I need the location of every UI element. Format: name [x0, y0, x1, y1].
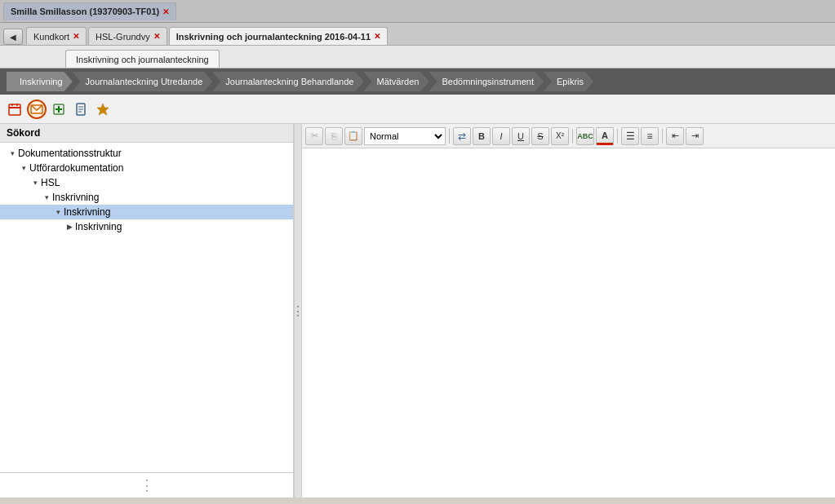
- tree-label-inskrivning-folder: Inskrivning: [52, 192, 99, 203]
- workflow-step-journalanteckning-behandlande[interactable]: Journalanteckning Behandlande: [212, 72, 363, 91]
- patient-tab-close[interactable]: ✕: [162, 7, 169, 16]
- add-button[interactable]: [49, 99, 69, 119]
- mail-icon: [30, 103, 43, 116]
- toolbar-separator-1: [449, 129, 450, 144]
- sokord-header: Sökord: [0, 124, 293, 143]
- sub-tab-inskrivning-journal-label: Inskrivning och journalanteckning: [76, 55, 209, 64]
- list-unordered-button[interactable]: ☰: [621, 127, 639, 145]
- svg-rect-1: [9, 107, 20, 108]
- sub-tab-inskrivning-journal[interactable]: Inskrivning och journalanteckning: [65, 50, 220, 68]
- strikethrough-button[interactable]: S: [531, 127, 549, 145]
- workflow-step-epikris-label: Epikris: [557, 77, 584, 86]
- right-panel: ✂ ⎘ 📋 Normal Heading 1 Heading 2 ⇄ B I U…: [302, 124, 835, 497]
- mail-button[interactable]: [27, 99, 47, 119]
- tab-hsl-grundvy-label: HSL-Grundvy: [95, 32, 150, 42]
- tree-node-dokumentationsstruktur[interactable]: ▾ Dokumentationsstruktur: [0, 146, 293, 161]
- tree-label-utforardokumentation: Utförardokumentation: [29, 162, 123, 174]
- tree-arrow-utforardokumentation: ▾: [18, 162, 29, 174]
- tree-arrow-inskrivning-item: ▾: [52, 206, 64, 218]
- tree-area[interactable]: ▾ Dokumentationsstruktur ▾ Utförardokume…: [0, 143, 293, 472]
- patient-tab-bar: Smilla Smillasson (19370903-TF01) ✕: [0, 0, 835, 23]
- tree-node-inskrivning-folder[interactable]: ▾ Inskrivning: [0, 190, 293, 205]
- workflow-bar: Inskrivning Journalanteckning Utredande …: [0, 69, 835, 95]
- workflow-step-journalanteckning-behandlande-label: Journalanteckning Behandlande: [225, 77, 353, 86]
- spellcheck-button[interactable]: ⇄: [453, 127, 471, 145]
- font-color-button[interactable]: A: [596, 127, 614, 145]
- sub-tab-bar: Inskrivning och journalanteckning: [0, 46, 835, 69]
- star-icon: [96, 103, 109, 116]
- patient-tab[interactable]: Smilla Smillasson (19370903-TF01) ✕: [3, 2, 176, 20]
- document-button[interactable]: [71, 99, 91, 119]
- back-button[interactable]: ◀: [3, 29, 23, 45]
- tab-inskrivning[interactable]: Inskrivning och journalanteckning 2016-0…: [169, 27, 388, 45]
- tree-arrow-dokumentationsstruktur: ▾: [7, 148, 18, 159]
- editor-toolbar: ✂ ⎘ 📋 Normal Heading 1 Heading 2 ⇄ B I U…: [302, 124, 835, 148]
- document-icon: [74, 103, 87, 116]
- tree-label-inskrivning-item: Inskrivning: [64, 206, 110, 218]
- tree-node-hsl[interactable]: ▾ HSL: [0, 175, 293, 190]
- sokord-label: Sökord: [7, 127, 40, 139]
- indent-increase-button[interactable]: ⇥: [686, 127, 704, 145]
- left-panel: Sökord ▾ Dokumentationsstruktur ▾ Utföra…: [0, 124, 294, 497]
- tree-arrow-inskrivning-folder: ▾: [41, 192, 52, 203]
- workflow-step-journalanteckning-utredande-label: Journalanteckning Utredande: [86, 77, 203, 86]
- indent-decrease-button[interactable]: ⇤: [666, 127, 684, 145]
- workflow-step-matvarden[interactable]: Mätvärden: [363, 72, 429, 91]
- bold-button[interactable]: B: [473, 127, 491, 145]
- calendar-button[interactable]: [5, 99, 24, 119]
- tree-node-inskrivning-item[interactable]: ▾ Inskrivning: [0, 205, 293, 219]
- style-dropdown[interactable]: Normal Heading 1 Heading 2: [364, 127, 446, 145]
- cut-button[interactable]: ✂: [305, 127, 323, 145]
- workflow-step-inskrivning[interactable]: Inskrivning: [7, 72, 73, 91]
- workflow-step-bedomningsinstrument-label: Bedömningsinstrument: [442, 77, 534, 86]
- tab-kundkort[interactable]: Kundkort ✕: [26, 27, 87, 45]
- tree-label-dokumentationsstruktur: Dokumentationsstruktur: [18, 148, 122, 159]
- workflow-step-inskrivning-label: Inskrivning: [20, 77, 63, 86]
- panel-resize-handle[interactable]: ⋮: [0, 472, 293, 497]
- tree-label-hsl: HSL: [41, 177, 60, 188]
- main-content-area: Sökord ▾ Dokumentationsstruktur ▾ Utföra…: [0, 124, 835, 497]
- tree-node-inskrivning-child[interactable]: ▶ Inskrivning: [0, 219, 293, 234]
- svg-rect-0: [9, 104, 20, 115]
- tab-kundkort-label: Kundkort: [33, 32, 69, 42]
- toolbar-separator-4: [662, 129, 663, 144]
- add-icon: [52, 103, 65, 116]
- main-toolbar: [0, 95, 835, 124]
- paste-button[interactable]: 📋: [344, 127, 362, 145]
- toolbar-separator-2: [572, 129, 573, 144]
- workflow-step-bedomningsinstrument[interactable]: Bedömningsinstrument: [429, 72, 544, 91]
- italic-button[interactable]: I: [492, 127, 510, 145]
- tab-kundkort-close[interactable]: ✕: [73, 32, 79, 41]
- copy-button[interactable]: ⎘: [325, 127, 343, 145]
- editor-content[interactable]: [302, 148, 835, 497]
- tree-node-utforardokumentation[interactable]: ▾ Utförardokumentation: [0, 161, 293, 175]
- calendar-icon: [8, 103, 21, 116]
- tree-arrow-hsl: ▾: [29, 177, 41, 188]
- tab-inskrivning-label: Inskrivning och journalanteckning 2016-0…: [176, 32, 371, 42]
- tab-hsl-grundvy-close[interactable]: ✕: [153, 32, 160, 41]
- tree-label-inskrivning-child: Inskrivning: [75, 221, 122, 232]
- workflow-step-epikris[interactable]: Epikris: [544, 72, 593, 91]
- svg-marker-12: [97, 104, 109, 115]
- star-button[interactable]: [93, 99, 113, 119]
- workflow-step-matvarden-label: Mätvärden: [376, 77, 419, 86]
- list-ordered-button[interactable]: ≡: [641, 127, 659, 145]
- abc-spellcheck-button[interactable]: ABC: [576, 127, 594, 145]
- panel-divider[interactable]: ⋮: [294, 124, 302, 497]
- toolbar-separator-3: [617, 129, 618, 144]
- superscript-button[interactable]: X²: [551, 127, 569, 145]
- underline-button[interactable]: U: [512, 127, 530, 145]
- patient-tab-label: Smilla Smillasson (19370903-TF01): [11, 7, 159, 16]
- tab-hsl-grundvy[interactable]: HSL-Grundvy ✕: [88, 27, 167, 45]
- workflow-step-journalanteckning-utredande[interactable]: Journalanteckning Utredande: [73, 72, 213, 91]
- tab-inskrivning-close[interactable]: ✕: [374, 32, 380, 41]
- tree-arrow-inskrivning-child: ▶: [64, 221, 75, 232]
